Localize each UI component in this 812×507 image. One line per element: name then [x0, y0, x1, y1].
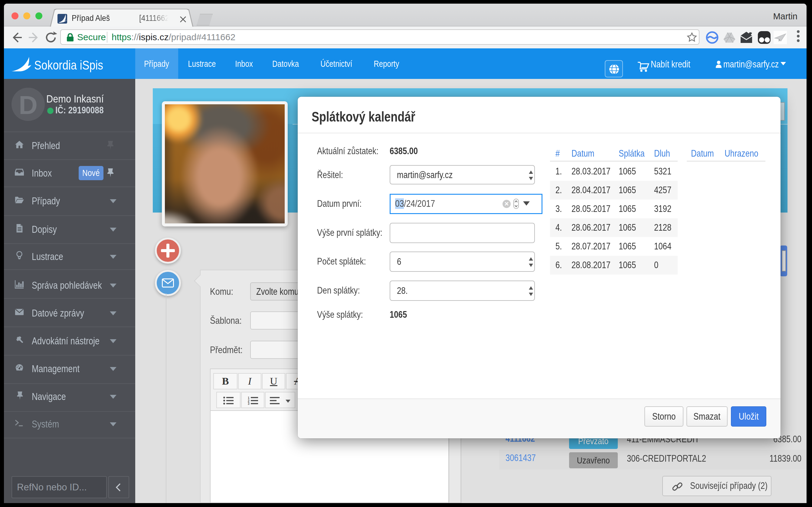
- svg-text:3: 3: [248, 402, 250, 405]
